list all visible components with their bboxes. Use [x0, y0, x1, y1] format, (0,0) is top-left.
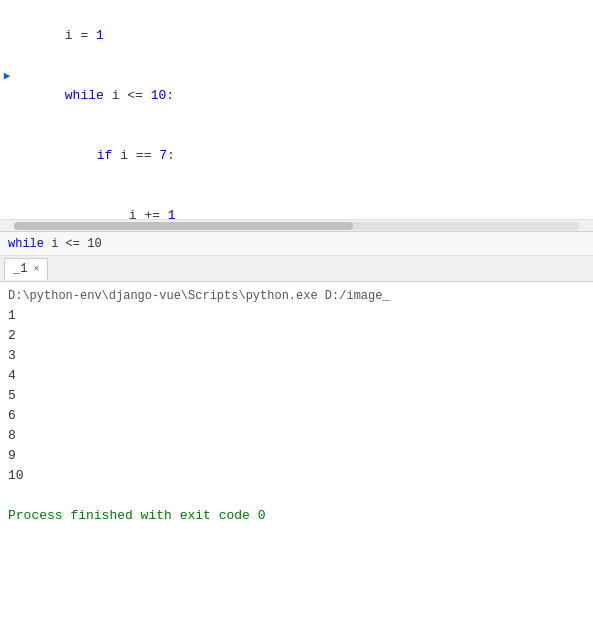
code-line-4: i += 1 — [0, 186, 593, 220]
terminal-command: D:\python-env\django-vue\Scripts\python.… — [8, 286, 585, 306]
line-content-2: while i <= 10: — [14, 66, 593, 126]
scrollbar-thumb[interactable] — [14, 222, 353, 230]
terminal-output-8: 8 — [8, 426, 585, 446]
debug-arrow: ▶ — [4, 66, 11, 86]
line-content-4: i += 1 — [14, 186, 593, 220]
terminal-output-10: 10 — [8, 466, 585, 486]
scrollbar-track[interactable] — [14, 222, 579, 230]
terminal-tab-label: _1 — [13, 262, 27, 276]
terminal-tab-close[interactable]: × — [33, 264, 39, 275]
code-line-3: if i == 7: — [0, 126, 593, 186]
editor-scrollbar[interactable] — [0, 220, 593, 232]
terminal-output-1: 1 — [8, 306, 585, 326]
code-editor[interactable]: i = 1 ▶ while i <= 10: if i == 7: i += 1… — [0, 0, 593, 220]
terminal-output-2: 2 — [8, 326, 585, 346]
code-line-1: i = 1 — [0, 6, 593, 66]
terminal-output-empty — [8, 486, 585, 506]
terminal-tab-1[interactable]: _1 × — [4, 258, 48, 280]
status-bar: while i <= 10 — [0, 232, 593, 256]
terminal-output-9: 9 — [8, 446, 585, 466]
gutter-2: ▶ — [0, 66, 14, 86]
status-keyword: while — [8, 237, 44, 251]
terminal-area: D:\python-env\django-vue\Scripts\python.… — [0, 282, 593, 530]
terminal-exit-message: Process finished with exit code 0 — [8, 506, 585, 526]
line-content-1: i = 1 — [14, 6, 593, 66]
terminal-output-3: 3 — [8, 346, 585, 366]
terminal-output-6: 6 — [8, 406, 585, 426]
line-content-3: if i == 7: — [14, 126, 593, 186]
terminal-output-4: 4 — [8, 366, 585, 386]
status-text: i <= 10 — [44, 237, 102, 251]
code-line-2: ▶ while i <= 10: — [0, 66, 593, 126]
terminal-tabbar: _1 × — [0, 256, 593, 282]
terminal-output-5: 5 — [8, 386, 585, 406]
